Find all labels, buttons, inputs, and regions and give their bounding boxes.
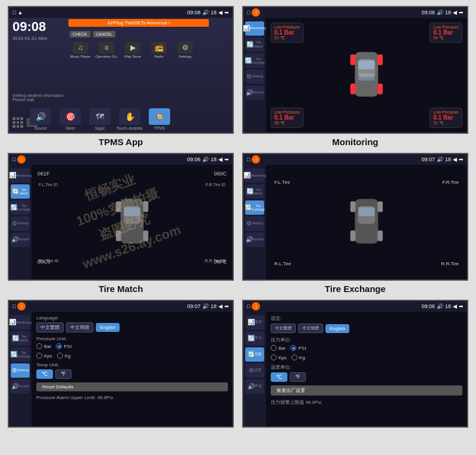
sb-xuexi[interactable]: 🔄 学习: [245, 331, 264, 346]
back-icon-1: ◀: [218, 10, 223, 15]
tm-icon-3: 🔄: [12, 188, 19, 195]
home-icon-4: □: [247, 156, 250, 162]
pressure-bar[interactable]: Bar: [36, 343, 51, 349]
rl-temp: 35 ℃: [274, 121, 300, 125]
tm-label-5: Tire Match: [19, 335, 29, 342]
sb-sound-5[interactable]: 🔊 Sound: [11, 379, 30, 394]
time-2: 09:06: [421, 10, 435, 15]
p-psi-cn[interactable]: PSI: [290, 345, 306, 351]
sb-exchange-5[interactable]: 🔃 Tire Exchange: [11, 347, 30, 362]
sb-monitoring-5[interactable]: 📊 Monitoring: [11, 315, 30, 330]
grid-dot: [20, 117, 23, 120]
s2-content: 📊 Monitoring 🔄 Tire Match 🔃 Tire Exchang…: [243, 18, 467, 133]
status-bar-2: □ ! 09:06 🔊 18 ◀ ➡: [243, 7, 467, 18]
lang-zhtw-cn[interactable]: 中文繁體: [271, 324, 296, 333]
caption-4: Tire Exchange: [325, 284, 386, 294]
sb-exchange-3[interactable]: 🔃 Tire Exchange: [11, 200, 30, 215]
temp-fahr[interactable]: ℉: [55, 369, 71, 379]
bottom-tpms[interactable]: 🔘 TPMS: [146, 108, 173, 130]
bottom-touch[interactable]: ✋ Touch-Assista.: [116, 108, 143, 130]
sidebar-item-setting[interactable]: ⚙ Setting: [245, 70, 264, 84]
temp-options-cn: ℃ ℉: [271, 372, 462, 382]
sidebar-item-tireexchange[interactable]: 🔃 Tire Exchange: [245, 54, 264, 68]
status-left-4: □ !: [247, 155, 260, 164]
check-btn[interactable]: CHECK: [70, 31, 90, 37]
app-operation[interactable]: ≡ Operation Gu.: [95, 42, 118, 58]
svg-rect-7: [378, 83, 383, 94]
lang-zhcn-cn[interactable]: 中文簡體: [298, 324, 323, 333]
sb-monitoring-3[interactable]: 📊 Monitoring: [11, 168, 30, 183]
cell-setting-en: □ ! 09:07 🔊 18 ◀ ➡ 📊 Monitoring: [6, 300, 236, 444]
volume-icon-1: 🔊: [202, 10, 209, 15]
temp-celsius-cn[interactable]: ℃: [271, 372, 287, 382]
sb-shezhi[interactable]: ⚙ 设置: [245, 363, 264, 378]
pressure-psi[interactable]: PSI: [56, 343, 71, 349]
home-icon-3: □: [12, 156, 15, 162]
sb-sound-4[interactable]: 🔊 Sound: [245, 233, 264, 247]
status-right-6: 09:06 🔊 18 ◀ ➡: [421, 303, 464, 309]
p-kg-cn[interactable]: Kg: [292, 354, 305, 360]
lang-en-cn[interactable]: English: [325, 324, 349, 333]
time-6: 09:06: [421, 303, 435, 309]
tirematch-label: Tire Match: [253, 40, 263, 48]
lang-en[interactable]: English: [96, 323, 120, 332]
app-music[interactable]: ♫ Music Player: [68, 42, 92, 58]
tpms-icon: 🔘: [149, 108, 170, 125]
sound-label-sb: Sound: [253, 90, 263, 95]
pressure-kps[interactable]: Kps: [36, 353, 52, 359]
sb-setting-5[interactable]: ⚙ Setting: [11, 363, 30, 378]
reset-btn[interactable]: Reset Defaults: [36, 382, 228, 391]
ex-label-3: Tire Exchange: [17, 204, 30, 211]
p-bar-cn[interactable]: Bar: [271, 345, 286, 351]
cancel-btn[interactable]: CANCEL: [93, 31, 115, 37]
lang-zhcn[interactable]: 中文簡體: [66, 322, 93, 332]
sb-jiankong[interactable]: 📊 监控: [245, 315, 264, 330]
sb-jiaohua[interactable]: 🔃 交换: [245, 347, 264, 362]
pressure-title-cn: 压力单位:: [271, 337, 462, 343]
app-playstore[interactable]: ▶ Play Store: [121, 42, 145, 58]
status-bar-5: □ ! 09:07 🔊 18 ◀ ➡: [9, 301, 233, 312]
sb-tirematch-3[interactable]: 🔄 Tire Match: [11, 184, 30, 199]
tm-icon-5: 🔄: [12, 335, 19, 342]
fl-label: Low Pressure: [274, 25, 300, 29]
tid-rr-label: R.R.Tire ID: [205, 259, 226, 263]
ex-icon-5: 🔃: [10, 351, 17, 358]
back-2: ◀: [453, 10, 457, 15]
playstore-icon: ▶: [125, 42, 140, 54]
sb-sound-3[interactable]: 🔊 Sound: [11, 233, 30, 247]
status-left-2: □ !: [247, 8, 260, 17]
sb-exchange-4[interactable]: 🔃 Tire Exchange: [245, 200, 264, 215]
bottom-steer[interactable]: 🎯 Steer: [57, 108, 84, 130]
pressure-rr: Low Pressure 0.1 Bar 31 ℃: [430, 108, 462, 128]
sb-tirematch-5[interactable]: 🔄 Tire Match: [11, 331, 30, 346]
kps-radio-cn: [271, 354, 277, 360]
temp-celsius[interactable]: ℃: [36, 369, 53, 379]
factory-reset-btn[interactable]: 恢复出厂设置: [271, 385, 462, 396]
p-kps-cn[interactable]: Kps: [271, 354, 287, 360]
mon-label-3: Monitoring: [16, 174, 32, 178]
temp-fahr-cn[interactable]: ℉: [290, 372, 306, 382]
sound-label: Sound: [35, 126, 46, 130]
sb-shengyin[interactable]: 🔊 声音: [245, 379, 264, 394]
vol-5: 🔊: [202, 303, 209, 309]
grid-icon[interactable]: [12, 117, 23, 128]
lang-zhtw[interactable]: 中文繁體: [36, 322, 64, 332]
sb-setting-4[interactable]: ⚙ Setting: [245, 216, 264, 231]
bottom-sygic[interactable]: 🗺 Sygic: [86, 108, 114, 130]
hex-fr: 060C: [214, 171, 227, 177]
app-radio[interactable]: 📻 Radio: [147, 42, 171, 58]
fl-bar: 0.1 Bar: [274, 29, 300, 36]
xuexi-icon: 🔄: [248, 335, 255, 342]
bottom-sound[interactable]: 🔊 Sound: [27, 108, 54, 130]
sidebar-item-tirematch[interactable]: 🔄 Tire Match: [245, 37, 264, 52]
notif-icon-3: !: [17, 155, 26, 164]
pressure-kg[interactable]: Kg: [57, 353, 71, 359]
sb-setting-3[interactable]: ⚙ Setting: [11, 216, 30, 231]
sb-tirematch-4[interactable]: 🔄 Tire Match: [245, 184, 264, 199]
sidebar-item-sound[interactable]: 🔊 Sound: [245, 86, 264, 100]
notif-icon-5: !: [17, 302, 26, 310]
vol-icon-2: 🔊: [437, 10, 443, 15]
app-settings[interactable]: ⚙ Settings: [173, 42, 197, 58]
sidebar-item-monitoring[interactable]: 📊 Monitoring: [245, 21, 264, 36]
sb-monitoring-4[interactable]: 📊 Monitoring: [245, 168, 264, 183]
